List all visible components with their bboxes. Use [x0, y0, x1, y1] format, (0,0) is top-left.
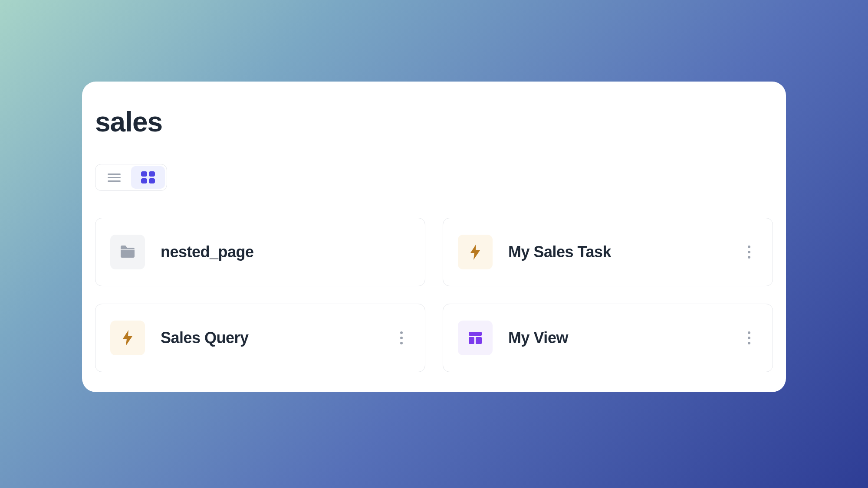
- grid-view-button[interactable]: [131, 166, 165, 189]
- page-panel: sales nested_page: [82, 82, 786, 392]
- page-title: sales: [95, 106, 773, 138]
- card-label: nested_page: [161, 243, 410, 261]
- folder-icon: [110, 235, 145, 269]
- card-grid: nested_page My Sales Task Sales Query: [95, 218, 773, 372]
- card-label: My Sales Task: [508, 243, 740, 261]
- grid-icon: [141, 171, 155, 183]
- folder-card-nested-page[interactable]: nested_page: [95, 218, 425, 286]
- list-view-button[interactable]: [97, 166, 131, 189]
- more-menu-button[interactable]: [740, 240, 758, 264]
- list-icon: [108, 174, 121, 182]
- card-label: My View: [508, 329, 740, 347]
- lightning-icon: [110, 321, 145, 355]
- task-card-my-sales-task[interactable]: My Sales Task: [443, 218, 773, 286]
- lightning-icon: [458, 235, 493, 269]
- more-vertical-icon: [748, 246, 750, 259]
- more-vertical-icon: [400, 331, 403, 344]
- svg-rect-2: [476, 337, 482, 344]
- more-vertical-icon: [748, 331, 750, 344]
- card-label: Sales Query: [161, 329, 393, 347]
- view-card-my-view[interactable]: My View: [443, 304, 773, 372]
- svg-rect-0: [469, 332, 482, 336]
- more-menu-button[interactable]: [393, 326, 410, 350]
- layout-icon: [458, 321, 493, 355]
- task-card-sales-query[interactable]: Sales Query: [95, 304, 425, 372]
- more-menu-button[interactable]: [740, 326, 758, 350]
- svg-rect-1: [469, 337, 474, 344]
- view-toggle: [95, 164, 167, 191]
